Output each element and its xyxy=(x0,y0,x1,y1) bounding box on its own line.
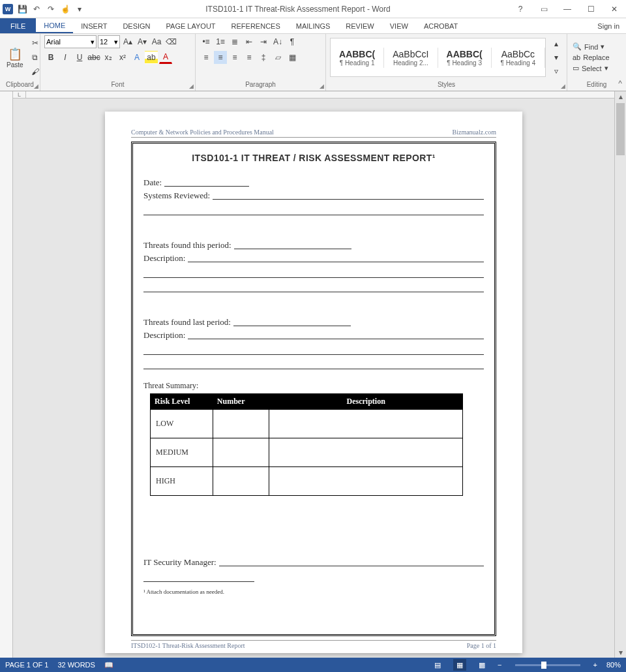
tab-selector[interactable]: L xyxy=(13,91,26,98)
shrink-font-button[interactable]: A▾ xyxy=(136,35,149,48)
styles-gallery[interactable]: AABBC(¶ Heading 1 AaBbCcIHeading 2... AA… xyxy=(330,38,546,77)
styles-launcher[interactable]: ◢ xyxy=(561,83,565,89)
multilevel-list-button[interactable]: ≣ xyxy=(228,35,241,48)
format-painter-button[interactable]: 🖌 xyxy=(29,65,42,78)
bold-button[interactable]: B xyxy=(44,51,57,64)
blank-line xyxy=(143,283,484,292)
tab-view[interactable]: VIEW xyxy=(382,18,416,33)
clipboard-launcher[interactable]: ◢ xyxy=(34,83,38,89)
style-heading4[interactable]: AaBbCc¶ Heading 4 xyxy=(492,48,545,68)
font-size-selector[interactable]: 12▾ xyxy=(98,35,120,48)
text-effects-button[interactable]: A xyxy=(130,51,143,64)
touch-mode-button[interactable]: ☝ xyxy=(60,4,70,14)
select-button[interactable]: ▭Select▾ xyxy=(571,63,611,73)
vertical-scrollbar[interactable]: ▴ ▾ xyxy=(614,91,626,658)
highlight-button[interactable]: ab xyxy=(145,51,158,64)
change-case-button[interactable]: Aa xyxy=(150,35,163,48)
styles-expand[interactable]: ▿ xyxy=(550,65,563,78)
zoom-slider-knob[interactable] xyxy=(541,662,546,669)
page-count[interactable]: PAGE 1 OF 1 xyxy=(5,661,48,669)
description-field-2: Description: xyxy=(143,330,484,341)
tab-references[interactable]: REFERENCES xyxy=(224,18,288,33)
vertical-ruler[interactable] xyxy=(0,91,13,658)
tab-insert[interactable]: INSERT xyxy=(73,18,115,33)
proofing-button[interactable]: 📖 xyxy=(104,661,113,669)
sort-button[interactable]: A↓ xyxy=(271,35,284,48)
font-group-label: Font xyxy=(44,80,191,89)
styles-scroll-down[interactable]: ▾ xyxy=(550,51,563,64)
tab-review[interactable]: REVIEW xyxy=(338,18,381,33)
col-number: Number xyxy=(213,394,269,410)
paste-button[interactable]: 📋 Paste xyxy=(4,46,26,70)
tab-page-layout[interactable]: PAGE LAYOUT xyxy=(158,18,224,33)
increase-indent-button[interactable]: ⇥ xyxy=(257,35,270,48)
cut-button[interactable]: ✂ xyxy=(29,37,42,50)
tab-acrobat[interactable]: ACROBAT xyxy=(416,18,466,33)
shading-button[interactable]: ▱ xyxy=(271,51,284,64)
group-font: Arial▾ 12▾ A▴ A▾ Aa ⌫ B I U abc x₂ x² A … xyxy=(40,34,196,91)
tab-design[interactable]: DESIGN xyxy=(115,18,158,33)
tab-mailings[interactable]: MAILINGS xyxy=(288,18,338,33)
read-mode-button[interactable]: ▤ xyxy=(431,659,444,671)
threat-summary-table: Risk Level Number Description LOW MEDIUM… xyxy=(150,393,463,496)
web-layout-button[interactable]: ▩ xyxy=(475,659,488,671)
clear-formatting-button[interactable]: ⌫ xyxy=(164,35,177,48)
scroll-down-arrow[interactable]: ▾ xyxy=(615,647,626,658)
redo-button[interactable]: ↷ xyxy=(46,4,56,14)
replace-button[interactable]: abReplace xyxy=(571,53,611,62)
restore-button[interactable]: ☐ xyxy=(582,3,600,16)
font-color-button[interactable]: A xyxy=(159,51,172,64)
paragraph-launcher[interactable]: ◢ xyxy=(320,83,324,89)
print-layout-button[interactable]: ▦ xyxy=(453,659,466,671)
tab-home[interactable]: HOME xyxy=(36,18,73,33)
grow-font-button[interactable]: A▴ xyxy=(121,35,134,48)
document-area[interactable]: L Computer & Network Policies and Proced… xyxy=(13,91,614,658)
customize-qat-button[interactable]: ▾ xyxy=(74,4,85,14)
align-center-button[interactable]: ≡ xyxy=(214,51,227,64)
style-heading2[interactable]: AaBbCcIHeading 2... xyxy=(384,48,438,68)
style-heading3[interactable]: AABBC(¶ Heading 3 xyxy=(438,48,492,68)
borders-button[interactable]: ▦ xyxy=(286,51,299,64)
group-clipboard: 📋 Paste ✂ ⧉ 🖌 Clipboard ◢ xyxy=(0,34,40,91)
show-marks-button[interactable]: ¶ xyxy=(286,35,299,48)
numbering-button[interactable]: 1≡ xyxy=(214,35,227,48)
superscript-button[interactable]: x² xyxy=(116,51,129,64)
close-button[interactable]: ✕ xyxy=(605,3,623,16)
line-spacing-button[interactable]: ‡ xyxy=(257,51,270,64)
italic-button[interactable]: I xyxy=(59,51,72,64)
font-name-selector[interactable]: Arial▾ xyxy=(44,35,97,48)
zoom-slider[interactable] xyxy=(515,664,580,666)
help-button[interactable]: ? xyxy=(511,3,529,16)
style-heading1[interactable]: AABBC(¶ Heading 1 xyxy=(331,48,384,68)
styles-scroll-up[interactable]: ▴ xyxy=(550,37,563,50)
underline-button[interactable]: U xyxy=(73,51,86,64)
scroll-up-arrow[interactable]: ▴ xyxy=(615,91,626,102)
zoom-level[interactable]: 80% xyxy=(606,661,621,669)
tab-file[interactable]: FILE xyxy=(0,18,36,33)
save-button[interactable]: 💾 xyxy=(17,4,27,14)
horizontal-ruler[interactable] xyxy=(26,91,614,98)
strikethrough-button[interactable]: abc xyxy=(87,51,100,64)
font-launcher[interactable]: ◢ xyxy=(189,83,194,89)
justify-button[interactable]: ≡ xyxy=(243,51,256,64)
document-page[interactable]: Computer & Network Policies and Procedur… xyxy=(105,112,522,653)
undo-button[interactable]: ↶ xyxy=(31,4,42,14)
find-button[interactable]: 🔍Find▾ xyxy=(571,42,611,52)
decrease-indent-button[interactable]: ⇤ xyxy=(243,35,256,48)
bullets-button[interactable]: •≡ xyxy=(200,35,213,48)
minimize-button[interactable]: — xyxy=(558,3,576,16)
copy-button[interactable]: ⧉ xyxy=(29,51,42,64)
subscript-button[interactable]: x₂ xyxy=(102,51,115,64)
sign-in-link[interactable]: Sign in xyxy=(591,18,626,33)
horizontal-ruler-container: L xyxy=(13,91,614,99)
align-right-button[interactable]: ≡ xyxy=(228,51,241,64)
ribbon-display-options[interactable]: ▭ xyxy=(535,3,553,16)
word-count[interactable]: 32 WORDS xyxy=(57,661,95,669)
align-left-button[interactable]: ≡ xyxy=(200,51,213,64)
window-controls: ? ▭ — ☐ ✕ xyxy=(511,3,623,16)
zoom-out-button[interactable]: − xyxy=(498,661,501,669)
collapse-ribbon-button[interactable]: ^ xyxy=(618,79,622,88)
ribbon-tabs: FILE HOME INSERT DESIGN PAGE LAYOUT REFE… xyxy=(0,18,626,34)
scroll-thumb[interactable] xyxy=(616,103,625,155)
zoom-in-button[interactable]: + xyxy=(593,661,597,669)
